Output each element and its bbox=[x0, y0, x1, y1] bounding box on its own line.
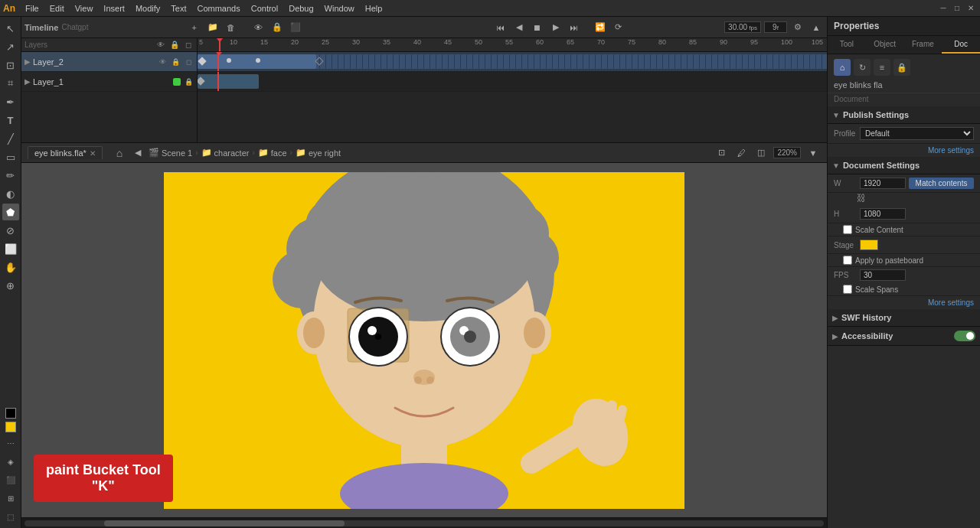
stage-view-button[interactable]: ◫ bbox=[753, 145, 769, 161]
fit-stage-button[interactable]: ⊡ bbox=[714, 145, 729, 161]
edit-scene-button[interactable]: 🖊 bbox=[733, 145, 749, 161]
nav-left[interactable]: ◀ bbox=[130, 145, 145, 161]
minimize-button[interactable]: ─ bbox=[937, 2, 949, 15]
pen-tool[interactable]: ✒ bbox=[2, 93, 19, 110]
menu-text[interactable]: Text bbox=[165, 2, 191, 15]
hand-tool[interactable]: ✋ bbox=[2, 259, 19, 275]
more-tools[interactable]: ⋯ bbox=[2, 435, 19, 451]
file-tab-close[interactable]: ✕ bbox=[90, 149, 96, 158]
stage-scrollbar-horizontal[interactable] bbox=[21, 517, 827, 528]
stage-canvas[interactable]: paint Bucket Tool "K" bbox=[21, 163, 827, 517]
rect-tool[interactable]: ▭ bbox=[2, 148, 19, 165]
subselect-tool[interactable]: ↗ bbox=[2, 38, 19, 55]
frame-row-1[interactable] bbox=[198, 72, 827, 92]
stroke-color-swatch[interactable] bbox=[5, 408, 16, 419]
new-layer-button[interactable]: + bbox=[187, 20, 202, 35]
doc-more-settings[interactable]: More settings bbox=[828, 296, 980, 309]
match-contents-button[interactable]: Match contents bbox=[909, 178, 974, 189]
fill-color-swatch[interactable] bbox=[5, 422, 16, 432]
zoom-settings-button[interactable]: ▼ bbox=[805, 145, 821, 161]
delete-layer-button[interactable]: 🗑 bbox=[224, 20, 239, 35]
maximize-button[interactable]: □ bbox=[951, 2, 963, 15]
tab-doc[interactable]: Doc bbox=[942, 36, 980, 54]
layer-color-1[interactable] bbox=[173, 78, 181, 86]
zoom-tool[interactable]: ⊕ bbox=[2, 277, 19, 294]
publish-settings-header[interactable]: ▼ Publish Settings bbox=[828, 106, 980, 124]
outline-all-icon[interactable]: ◻ bbox=[183, 40, 194, 51]
tool-option-4[interactable]: ⬚ bbox=[2, 508, 19, 525]
height-input[interactable] bbox=[860, 208, 906, 220]
stage-color-swatch[interactable] bbox=[860, 240, 878, 250]
frames-area[interactable]: 5 10 15 20 25 30 35 40 45 50 55 60 bbox=[198, 38, 827, 142]
menu-modify[interactable]: Modify bbox=[130, 2, 165, 15]
layer-row-1[interactable]: ▶ Layer_1 🔒 bbox=[21, 72, 197, 92]
menu-commands[interactable]: Commands bbox=[191, 2, 245, 15]
new-folder-button[interactable]: 📁 bbox=[205, 20, 220, 35]
selection-tool[interactable]: ↖ bbox=[2, 20, 19, 37]
brush-tool[interactable]: ◐ bbox=[2, 185, 19, 202]
eraser-tool[interactable]: ⬜ bbox=[2, 240, 19, 257]
scale-content-checkbox[interactable] bbox=[843, 225, 852, 234]
prop-lock-icon[interactable]: 🔒 bbox=[893, 59, 910, 76]
line-tool[interactable]: ╱ bbox=[2, 130, 19, 147]
scale-spans-checkbox[interactable] bbox=[843, 285, 852, 294]
go-to-last-button[interactable]: ⏭ bbox=[567, 20, 582, 35]
show-outlines[interactable]: ⬛ bbox=[288, 20, 303, 35]
publish-more-settings[interactable]: More settings bbox=[828, 144, 980, 157]
tool-option-2[interactable]: ⬛ bbox=[2, 471, 19, 488]
width-input[interactable] bbox=[860, 178, 906, 189]
layer-row-0[interactable]: ▶ Layer_2 👁 🔒 ◻ bbox=[21, 52, 197, 72]
sync-button[interactable]: ⟳ bbox=[611, 20, 626, 35]
prop-align-icon[interactable]: ≡ bbox=[874, 59, 890, 76]
lasso-tool[interactable]: ⌗ bbox=[2, 75, 19, 92]
show-hide-all[interactable]: 👁 bbox=[251, 20, 266, 35]
breadcrumb-face[interactable]: 📁 face bbox=[258, 148, 287, 158]
profile-select[interactable]: Default bbox=[860, 127, 974, 140]
paint-bucket-tool[interactable]: ⬟ bbox=[2, 204, 19, 220]
breadcrumb-scene1[interactable]: 🎬 Scene 1 bbox=[149, 148, 192, 158]
transform-tool[interactable]: ⊡ bbox=[2, 57, 19, 73]
loop-button[interactable]: 🔁 bbox=[593, 20, 608, 35]
frame-row-0[interactable] bbox=[198, 52, 827, 72]
fps-display[interactable]: 30.00 fps bbox=[724, 21, 761, 33]
menu-edit[interactable]: Edit bbox=[44, 2, 70, 15]
pencil-tool[interactable]: ✏ bbox=[2, 167, 19, 184]
layer-lock-0[interactable]: 🔒 bbox=[170, 57, 181, 67]
tab-object[interactable]: Object bbox=[866, 36, 904, 54]
lock-all[interactable]: 🔒 bbox=[270, 20, 285, 35]
eyedropper-tool[interactable]: ⊘ bbox=[2, 222, 19, 239]
menu-file[interactable]: File bbox=[20, 2, 44, 15]
menu-view[interactable]: View bbox=[70, 2, 99, 15]
file-tab-name[interactable]: eye blinks.fla* bbox=[34, 148, 87, 158]
prop-transform-icon[interactable]: ↻ bbox=[854, 59, 871, 76]
tool-option-3[interactable]: ⊞ bbox=[2, 490, 19, 507]
layer-outline-0[interactable]: ◻ bbox=[183, 57, 194, 67]
layer-name-0[interactable]: Layer_2 bbox=[33, 57, 155, 67]
breadcrumb-eye-right[interactable]: 📁 eye right bbox=[296, 148, 341, 158]
tab-tool[interactable]: Tool bbox=[828, 36, 866, 54]
tool-option-1[interactable]: ◈ bbox=[2, 453, 19, 470]
close-button[interactable]: ✕ bbox=[965, 2, 977, 15]
nav-back[interactable]: ⌂ bbox=[112, 145, 127, 161]
lock-all-icon[interactable]: 🔒 bbox=[169, 40, 180, 51]
apply-pasteboard-checkbox[interactable] bbox=[843, 256, 852, 265]
menu-insert[interactable]: Insert bbox=[98, 2, 130, 15]
eye-all-icon[interactable]: 👁 bbox=[155, 40, 166, 51]
layer-visible-0[interactable]: 👁 bbox=[157, 57, 168, 67]
swf-history-header[interactable]: ▶ SWF History bbox=[828, 309, 980, 327]
menu-debug[interactable]: Debug bbox=[283, 2, 318, 15]
stop-button[interactable]: ⏹ bbox=[530, 20, 545, 35]
zoom-level[interactable]: 220% bbox=[773, 147, 801, 158]
timeline-collapse[interactable]: ▲ bbox=[808, 20, 824, 35]
accessibility-header[interactable]: ▶ Accessibility bbox=[828, 327, 980, 346]
document-settings-header[interactable]: ▼ Document Settings bbox=[828, 157, 980, 174]
frame-display[interactable]: 9f bbox=[764, 21, 787, 33]
menu-window[interactable]: Window bbox=[319, 2, 360, 15]
tab-frame[interactable]: Frame bbox=[904, 36, 942, 54]
prop-home-icon[interactable]: ⌂ bbox=[834, 59, 851, 76]
layer-lock-1[interactable]: 🔒 bbox=[183, 77, 194, 87]
timeline-settings[interactable]: ⚙ bbox=[790, 20, 805, 35]
go-to-first-button[interactable]: ⏮ bbox=[493, 20, 508, 35]
breadcrumb-character[interactable]: 📁 character bbox=[201, 148, 250, 158]
accessibility-toggle[interactable] bbox=[954, 331, 975, 341]
